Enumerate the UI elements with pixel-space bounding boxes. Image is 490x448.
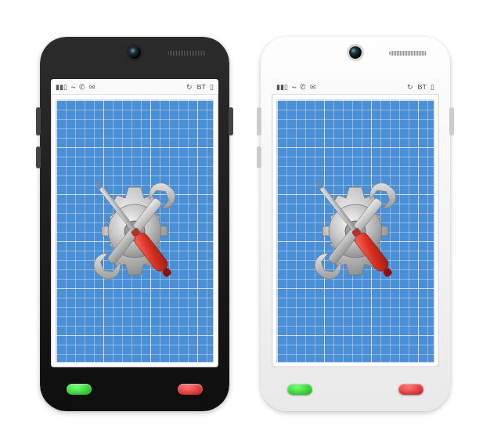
earpiece-speaker-icon [168, 51, 206, 56]
phone-top-area [40, 37, 229, 79]
sync-icon: ↻ [407, 83, 413, 91]
tools-graphic [72, 168, 197, 294]
phone-top-area [261, 37, 450, 79]
bluetooth-icon: BT [196, 83, 206, 91]
signal-icon: ▮▮▯ [276, 83, 288, 91]
earpiece-speaker-icon [389, 51, 427, 56]
wifi-icon: ⏦ [71, 83, 75, 91]
volume-down-button[interactable] [257, 146, 261, 168]
call-button[interactable] [287, 384, 312, 395]
svg-marker-12 [315, 180, 322, 188]
call-icon: ✆ [79, 83, 85, 91]
chat-icon: ✉ [89, 83, 95, 91]
signal-icon: ▮▮▯ [56, 83, 67, 91]
svg-marker-4 [94, 180, 102, 188]
screen: ▮▮▯ ⏦ ✆ ✉ ↻ BT ▯ [51, 79, 218, 367]
status-bar: ▮▮▯ ⏦ ✆ ✉ ↻ BT ▯ [272, 79, 439, 95]
power-button[interactable] [229, 107, 233, 135]
front-camera-icon [349, 46, 362, 59]
end-call-button[interactable] [178, 384, 203, 395]
battery-icon: ▯ [431, 83, 434, 91]
phone-mockup-black: ▮▮▯ ⏦ ✆ ✉ ↻ BT ▯ [40, 37, 229, 411]
volume-up-button[interactable] [36, 107, 41, 135]
blueprint-wallpaper [56, 99, 214, 363]
sync-icon: ↻ [186, 83, 193, 91]
power-button[interactable] [449, 107, 454, 135]
status-bar: ▮▮▯ ⏦ ✆ ✉ ↻ BT ▯ [51, 79, 218, 95]
wifi-icon: ⏦ [292, 83, 296, 91]
bluetooth-icon: BT [417, 83, 427, 91]
battery-icon: ▯ [210, 83, 214, 91]
volume-down-button[interactable] [36, 146, 41, 168]
call-button[interactable] [67, 384, 92, 395]
front-camera-icon [128, 46, 141, 59]
chat-icon: ✉ [310, 83, 316, 91]
phone-bottom-area [40, 367, 229, 411]
screen: ▮▮▯ ⏦ ✆ ✉ ↻ BT ▯ [272, 79, 439, 367]
call-icon: ✆ [300, 83, 306, 91]
volume-up-button[interactable] [257, 107, 261, 135]
end-call-button[interactable] [398, 384, 423, 395]
phone-bottom-area [261, 367, 450, 411]
phone-mockup-white: ▮▮▯ ⏦ ✆ ✉ ↻ BT ▯ [261, 37, 450, 411]
tools-graphic [293, 168, 418, 294]
blueprint-wallpaper [276, 99, 434, 363]
